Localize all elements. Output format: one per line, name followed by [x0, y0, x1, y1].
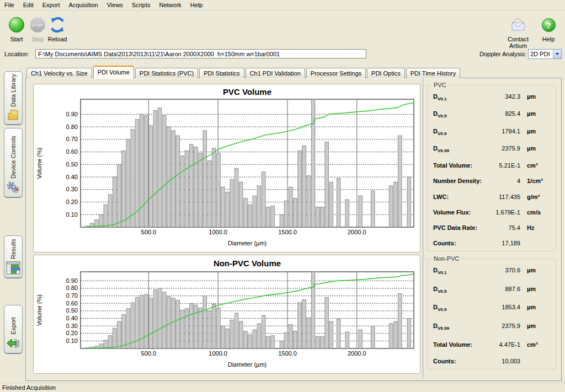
histogram-bar: [153, 290, 157, 348]
svg-text:0.30: 0.30: [66, 323, 78, 329]
histogram-bar: [140, 295, 143, 348]
dropdown-button[interactable]: [553, 50, 561, 58]
pvc-volume-chart-panel: PVC Volume500.01000.01500.02000.00.100.2…: [33, 84, 420, 253]
tab-ch1-velocity-vs-size[interactable]: Ch1 Velocity vs. Size: [26, 68, 92, 78]
histogram-bar: [180, 310, 184, 349]
non-pvc-stats-groupbox: Non-PVC DV0.1370.6µmDV0.5887.6µmDV0.9185…: [427, 259, 556, 369]
histogram-bar: [325, 297, 329, 348]
sidebar-item-export[interactable]: Export: [4, 305, 23, 353]
stat-value: 1794.1: [486, 128, 520, 135]
stat-row: DV0.992375.9µm: [433, 323, 551, 331]
sidebar-item-results[interactable]: Results: [4, 235, 23, 278]
pvc-stats-list: DV0.1342.3µmDV0.5825.4µmDV0.91794.1µmDV0…: [433, 93, 551, 246]
sidebar-item-device-controls[interactable]: Device Controls: [4, 128, 23, 197]
pane-divider[interactable]: [423, 78, 424, 378]
sidebar-item-label: Data Library: [10, 72, 17, 109]
toolbar: Start STOP Stop Reload: [0, 11, 565, 47]
histogram-bar: [280, 214, 284, 227]
menu-item-network[interactable]: Network: [154, 1, 185, 9]
tab-strip: Ch1 Velocity vs. SizePDI VolumePDI Stati…: [26, 67, 461, 78]
histogram-bar: [394, 182, 398, 227]
tab-pdi-time-history[interactable]: PDI Time History: [406, 68, 461, 78]
histogram-bar: [108, 195, 112, 227]
histogram-bar: [389, 324, 393, 348]
menu-item-file[interactable]: File: [0, 1, 19, 9]
histogram-bar: [294, 198, 297, 227]
stat-label: DV0.5: [433, 110, 446, 119]
histogram-bar: [289, 324, 293, 348]
histogram-bar: [203, 296, 207, 348]
tab-processor-settings[interactable]: Processor Settings: [306, 68, 366, 78]
reload-button[interactable]: Reload: [42, 15, 73, 42]
non-pvc-volume-chart: Non-PVC Volume500.01000.01500.02000.00.1…: [34, 255, 420, 373]
contact-artium-button[interactable]: Contact Artium: [500, 15, 536, 49]
tab-pdi-volume[interactable]: PDI Volume: [93, 66, 134, 78]
histogram-bar: [226, 329, 230, 348]
svg-text:0.30: 0.30: [66, 186, 78, 192]
menu-item-acquisition[interactable]: Acquisition: [65, 1, 103, 9]
reload-icon: [49, 17, 66, 33]
stat-value: 2375.9: [486, 145, 520, 152]
menu-item-scripts[interactable]: Scripts: [127, 1, 155, 9]
results-chart-icon: [6, 261, 20, 276]
histogram-bar: [118, 321, 121, 348]
menu-item-views[interactable]: Views: [103, 1, 127, 9]
tab-pdi-optics[interactable]: PDI Optics: [367, 68, 405, 78]
tab-pdi-statistics-pvc-[interactable]: PDI Statistics (PVC): [135, 68, 198, 78]
histogram-bar: [253, 196, 257, 227]
location-field[interactable]: F:\My Documents\AIMS Data\2013\2013\11\2…: [35, 49, 366, 58]
histogram-bar: [113, 177, 116, 227]
histogram-bar: [337, 319, 340, 348]
chevron-down-icon: [556, 53, 559, 55]
menu-item-export[interactable]: Export: [38, 1, 65, 9]
svg-text:0.60: 0.60: [66, 148, 78, 155]
histogram-bar: [145, 294, 148, 348]
histogram-bar: [221, 326, 225, 348]
doppler-analysis-select[interactable]: 2D PDI: [528, 49, 562, 59]
stat-row: DV0.5825.4µm: [433, 110, 551, 119]
menu-item-help[interactable]: Help: [186, 1, 207, 9]
stat-label: PVC Data Rate:: [433, 224, 477, 231]
menu-item-edit[interactable]: Edit: [19, 1, 38, 9]
histogram-bar: [302, 146, 306, 227]
histogram-bar: [266, 336, 270, 348]
tab-pdi-statistics[interactable]: PDI Statistics: [199, 68, 244, 78]
sidebar-item-label: Results: [10, 236, 17, 261]
histogram-bar: [307, 318, 311, 348]
help-button[interactable]: ? Help: [533, 15, 564, 42]
svg-text:0.20: 0.20: [66, 330, 78, 336]
stat-row: Total Volume:4.47E-1cm³: [433, 341, 551, 348]
stat-unit: cm/s: [527, 209, 551, 216]
histogram-bar: [230, 180, 234, 227]
stat-row: Number Density:41/cm³: [433, 178, 551, 184]
pvc-stats-title: PVC: [432, 82, 448, 88]
stat-value: 1.679E-1: [486, 209, 520, 216]
stat-label: Counts:: [433, 358, 456, 364]
histogram-bar: [407, 177, 411, 227]
histogram-bar: [234, 168, 238, 227]
gears-icon: [7, 181, 20, 195]
histogram-bar: [172, 298, 175, 348]
histogram-bar: [337, 178, 340, 227]
svg-text:Volume (%): Volume (%): [36, 294, 42, 326]
tab-ch1-pdi-validation[interactable]: Ch1 PDI Validation: [246, 68, 305, 78]
histogram-bar: [145, 116, 148, 227]
histogram-bar: [257, 324, 261, 348]
svg-text:0.90: 0.90: [66, 277, 78, 284]
stat-label: Total Volume:: [433, 341, 472, 348]
non-pvc-volume-chart-panel: Non-PVC Volume500.01000.01500.02000.00.1…: [33, 255, 420, 374]
stat-label: DV0.5: [433, 286, 446, 294]
svg-text:1000.0: 1000.0: [209, 350, 227, 357]
histogram-bar: [118, 164, 121, 227]
histogram-bar: [257, 186, 261, 227]
histogram-bar: [371, 191, 375, 227]
stat-row: DV0.1342.3µm: [433, 93, 551, 101]
histogram-bar: [185, 309, 189, 348]
stat-row: DV0.91794.1µm: [433, 128, 551, 136]
stat-unit: µm: [527, 323, 551, 329]
svg-text:0.70: 0.70: [66, 292, 78, 299]
stat-row: Counts:17,189: [433, 240, 551, 246]
sidebar-item-data-library[interactable]: Data Library: [4, 71, 23, 125]
histogram-bar: [140, 114, 143, 227]
histogram-bar: [203, 131, 207, 227]
